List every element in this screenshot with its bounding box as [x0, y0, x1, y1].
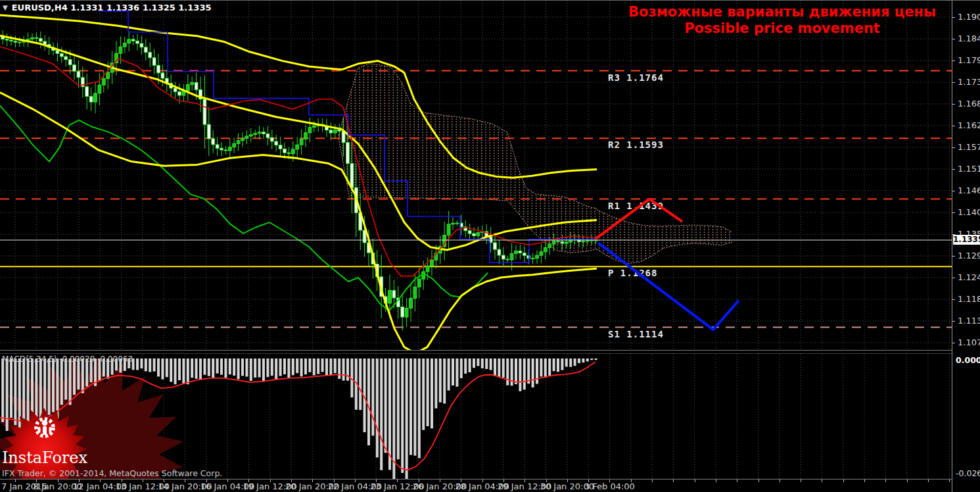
candle-bull: [233, 143, 236, 147]
gear-person-head: [42, 420, 48, 426]
price-axis[interactable]: 1.1335 0.00098 -0.02634 1.19001.18451.17…: [952, 1, 980, 492]
symbol-dropdown-icon[interactable]: ▼: [3, 4, 8, 12]
candle-bear: [144, 47, 147, 53]
price-axis-label: 1.1240: [958, 272, 980, 282]
platform-copyright: IFX Trader, © 2001-2014, MetaQuotes Soft…: [2, 468, 222, 478]
candle-bear: [73, 65, 76, 72]
ichimoku-cloud: [338, 64, 732, 264]
cloud-fill: [338, 64, 597, 253]
candle-bear: [519, 251, 522, 253]
logo-brand-text: InstaForex: [2, 449, 88, 467]
price-axis-label: 1.1130: [958, 316, 980, 326]
candle-bear: [161, 73, 164, 78]
candle-bear: [527, 255, 530, 258]
analyst-annotation: Возможные варианты движения цены Possibl…: [611, 4, 953, 37]
time-tick: [907, 480, 908, 482]
candle-bull: [405, 308, 408, 317]
candle-bull: [254, 134, 257, 135]
candle-bull: [552, 241, 555, 244]
price-axis-label: 1.1625: [958, 120, 980, 130]
price-tick: [952, 39, 955, 39]
time-axis-label: 3 Feb 04:00: [584, 481, 635, 491]
candle-bear: [523, 253, 526, 256]
price-tick: [952, 169, 955, 170]
candle-bull: [128, 39, 131, 43]
candle-bull: [308, 128, 312, 133]
candle-bear: [350, 163, 354, 187]
candle-bull: [544, 247, 547, 251]
price-axis-label: 1.1845: [958, 34, 980, 43]
candle-bull: [241, 138, 245, 140]
candle-bull: [304, 133, 308, 139]
gear-person-left-arm: [38, 427, 41, 433]
candle-bull: [102, 79, 105, 86]
candle-bear: [10, 40, 13, 41]
price-tick: [952, 212, 955, 213]
candle-bear: [216, 145, 219, 149]
annotation-line-en: Possible price movement: [611, 20, 953, 37]
candle-bull: [510, 253, 513, 260]
candle-bull: [98, 85, 101, 93]
time-tick: [822, 480, 822, 482]
candle-bear: [152, 58, 156, 66]
price-axis-label: 1.1185: [958, 294, 980, 304]
bollinger-lower-band: [0, 93, 597, 350]
candle-bear: [212, 139, 215, 145]
macd-panel-canvas[interactable]: InstaForex: [0, 354, 952, 480]
candle-bear: [136, 41, 139, 43]
candle-bear: [557, 241, 560, 241]
time-tick: [737, 480, 737, 482]
candle-bear: [506, 259, 509, 260]
time-tick: [780, 480, 780, 482]
candle-bear: [338, 130, 341, 131]
chart-title-bar: ▼ EURUSD,H4 1.1331 1.1336 1.1325 1.1335: [3, 3, 212, 12]
candle-bear: [64, 57, 68, 60]
time-tick: [758, 480, 759, 482]
candle-bear: [207, 124, 210, 139]
price-axis-label: 1.1075: [958, 337, 980, 347]
candle-bear: [262, 132, 266, 134]
time-tick: [695, 480, 695, 482]
gear-person-right-arm: [49, 427, 52, 433]
candle-bear: [60, 53, 63, 57]
gear-person-body: [43, 426, 47, 435]
candle-bear: [140, 43, 143, 47]
candle-bull: [388, 290, 392, 303]
candle-bull: [312, 126, 315, 127]
price-axis-label: 1.1460: [958, 185, 980, 195]
candle-bear: [68, 60, 72, 65]
candle-bull: [431, 260, 434, 266]
macd-min-label: -0.02634: [956, 468, 980, 478]
candle-bear: [56, 51, 59, 54]
candle-bull: [477, 233, 480, 236]
time-tick: [673, 480, 674, 482]
price-chart-canvas[interactable]: R3 1.1764R2 1.1593R1 1.1439P 1.1268S1 1.…: [0, 1, 952, 350]
candle-bear: [287, 153, 291, 153]
candle-bear: [275, 141, 278, 145]
time-tick: [949, 480, 950, 482]
candle-bear: [346, 143, 350, 164]
price-tick: [952, 191, 955, 191]
macd-max-label: 0.00098: [956, 355, 980, 365]
candle-bear: [329, 130, 333, 133]
candle-bull: [249, 135, 252, 136]
candle-bear: [203, 99, 206, 124]
price-tick: [952, 299, 955, 300]
time-tick: [801, 480, 801, 482]
candle-bull: [409, 298, 413, 308]
time-tick: [885, 480, 886, 482]
time-axis[interactable]: 7 Jan 20158 Jan 20:0012 Jan 04:0013 Jan …: [0, 480, 952, 492]
cloud-fill: [597, 210, 732, 264]
price-axis-label: 1.1735: [958, 77, 980, 87]
price-axis-label: 1.1515: [958, 164, 980, 174]
candle-bear: [561, 241, 564, 243]
candle-bull: [417, 279, 421, 287]
candle-bear: [195, 82, 198, 89]
panel-separator[interactable]: [0, 350, 980, 351]
candle-bear: [89, 97, 93, 103]
candle-bull: [94, 93, 97, 102]
price-axis-label: 1.1405: [958, 207, 980, 217]
candle-bull: [413, 287, 417, 298]
candle-bull: [191, 82, 194, 84]
candle-bear: [174, 88, 177, 91]
